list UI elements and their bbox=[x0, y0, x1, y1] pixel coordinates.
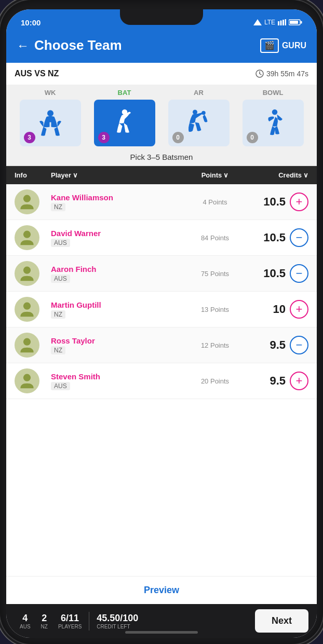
back-button[interactable]: ← bbox=[17, 38, 29, 53]
tab-ar-label: AR bbox=[194, 89, 204, 97]
svg-rect-4 bbox=[285, 19, 287, 25]
next-button[interactable]: Next bbox=[255, 609, 308, 633]
header: ← Choose Team 🎬 GURU bbox=[6, 32, 317, 63]
player-country: NZ bbox=[51, 203, 65, 211]
player-avatar bbox=[15, 225, 51, 250]
home-indicator bbox=[125, 631, 198, 634]
player-action-button[interactable]: + bbox=[290, 300, 308, 319]
player-action-button[interactable]: + bbox=[290, 372, 308, 390]
tab-bowl-icon-box: 0 bbox=[243, 100, 304, 146]
players-stat: 6/11 PLAYERS bbox=[53, 613, 87, 629]
th-points: Points ∨ bbox=[184, 171, 246, 179]
player-action-button[interactable]: + bbox=[290, 193, 308, 211]
tab-wk-label: WK bbox=[45, 89, 56, 97]
clock-icon bbox=[255, 70, 264, 78]
player-name: Steven Smith bbox=[51, 372, 184, 381]
tab-bowl-label: BOWL bbox=[263, 89, 284, 97]
preview-button[interactable]: Preview bbox=[144, 585, 179, 595]
svg-point-11 bbox=[47, 110, 53, 116]
svg-rect-2 bbox=[280, 21, 282, 26]
player-action-button[interactable]: − bbox=[290, 336, 308, 354]
preview-bar: Preview bbox=[6, 576, 317, 604]
th-player: Player ∨ bbox=[51, 171, 184, 179]
svg-marker-0 bbox=[253, 19, 262, 25]
match-name: AUS VS NZ bbox=[15, 69, 59, 78]
player-row: Aaron Finch AUS 75 Points 10.5 − bbox=[6, 256, 317, 292]
player-info: Ross Taylor NZ bbox=[51, 336, 184, 354]
player-points: 20 Points bbox=[184, 376, 246, 386]
svg-point-19 bbox=[23, 303, 31, 310]
player-credit-value: 10 bbox=[273, 303, 286, 316]
player-row: Martin Guptill NZ 13 Points 10 + bbox=[6, 292, 317, 327]
nz-stat: 2 NZ bbox=[36, 613, 53, 629]
player-info: Kane Williamson NZ bbox=[51, 193, 184, 211]
player-points: 84 Points bbox=[184, 233, 246, 242]
player-credit-value: 9.5 bbox=[270, 374, 286, 388]
guru-icon: 🎬 bbox=[260, 38, 279, 53]
player-name: Aaron Finch bbox=[51, 265, 184, 273]
player-action-button[interactable]: − bbox=[290, 228, 308, 247]
svg-point-18 bbox=[23, 267, 31, 274]
player-name: David Warner bbox=[51, 229, 184, 238]
guru-button[interactable]: 🎬 GURU bbox=[260, 38, 306, 53]
svg-point-13 bbox=[193, 110, 197, 115]
player-country: AUS bbox=[51, 382, 70, 390]
player-info: Martin Guptill NZ bbox=[51, 300, 184, 319]
tab-wk-badge: 3 bbox=[24, 132, 35, 143]
player-points: 4 Points bbox=[184, 197, 246, 207]
player-credit-value: 10.5 bbox=[263, 267, 286, 280]
aus-stat: 4 AUS bbox=[15, 613, 36, 629]
svg-point-16 bbox=[23, 195, 31, 202]
player-credit-value: 9.5 bbox=[270, 338, 286, 352]
table-header: Info Player ∨ Points ∨ Credits ∨ bbox=[6, 166, 317, 184]
player-credits-cell: 9.5 + bbox=[246, 372, 308, 390]
status-time: 10:00 bbox=[21, 18, 41, 27]
svg-rect-6 bbox=[290, 21, 298, 24]
player-action-button[interactable]: − bbox=[290, 264, 308, 283]
svg-point-20 bbox=[23, 338, 31, 346]
player-credit-value: 10.5 bbox=[263, 231, 286, 244]
svg-rect-3 bbox=[282, 20, 284, 25]
player-avatar bbox=[15, 333, 51, 358]
player-list: Kane Williamson NZ 4 Points 10.5 + David… bbox=[6, 184, 317, 576]
player-row: Kane Williamson NZ 4 Points 10.5 + bbox=[6, 184, 317, 220]
svg-point-15 bbox=[272, 109, 277, 115]
player-row: Steven Smith AUS 20 Points 9.5 + bbox=[6, 363, 317, 399]
th-credits: Credits ∨ bbox=[246, 171, 308, 179]
tab-bat-icon-box: 3 bbox=[94, 100, 155, 146]
svg-line-10 bbox=[260, 74, 261, 75]
player-credits-cell: 9.5 − bbox=[246, 336, 308, 354]
player-credits-cell: 10.5 − bbox=[246, 228, 308, 247]
pick-instruction: Pick 3–5 Batsmen bbox=[6, 148, 317, 166]
player-country: NZ bbox=[51, 310, 65, 319]
tab-bowl[interactable]: BOWL 0 bbox=[243, 89, 304, 146]
player-avatar bbox=[15, 368, 51, 393]
svg-rect-1 bbox=[278, 21, 279, 25]
tab-ar-badge: 0 bbox=[172, 132, 184, 143]
match-bar: AUS VS NZ 39h 55m 47s bbox=[6, 63, 317, 85]
player-name: Martin Guptill bbox=[51, 300, 184, 309]
player-row: Ross Taylor NZ 12 Points 9.5 − bbox=[6, 327, 317, 363]
tab-bat[interactable]: BAT 3 bbox=[94, 89, 155, 146]
player-info: Aaron Finch AUS bbox=[51, 265, 184, 283]
player-name: Kane Williamson bbox=[51, 193, 184, 202]
player-country: NZ bbox=[51, 346, 65, 354]
match-timer: 39h 55m 47s bbox=[255, 70, 308, 78]
tab-wk[interactable]: WK 3 bbox=[20, 89, 81, 146]
player-name: Ross Taylor bbox=[51, 336, 184, 345]
bottom-stats: 4 AUS 2 NZ 6/11 PLAYERS 45.50/100 CREDIT… bbox=[15, 612, 143, 631]
player-avatar bbox=[15, 189, 51, 214]
page-title: Choose Team bbox=[34, 37, 122, 53]
player-credit-value: 10.5 bbox=[263, 195, 286, 209]
status-icons: LTE bbox=[253, 19, 302, 26]
player-credits-cell: 10.5 + bbox=[246, 193, 308, 211]
credit-stat: 45.50/100 CREDIT LEFT bbox=[91, 613, 143, 629]
player-country: AUS bbox=[51, 275, 70, 283]
player-country: AUS bbox=[51, 239, 70, 247]
network-label: LTE bbox=[264, 19, 275, 26]
tab-ar[interactable]: AR 0 bbox=[168, 89, 230, 146]
tab-wk-icon-box: 3 bbox=[20, 100, 81, 146]
tab-bat-badge: 3 bbox=[98, 132, 110, 143]
player-avatar bbox=[15, 297, 51, 322]
player-row: David Warner AUS 84 Points 10.5 − bbox=[6, 220, 317, 256]
